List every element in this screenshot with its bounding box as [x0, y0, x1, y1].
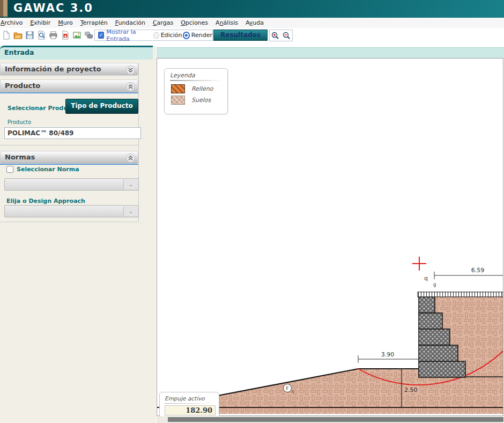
double-chevron-up-icon — [128, 156, 133, 161]
design-approach-label: Elija o Design Approach — [6, 198, 85, 205]
new-file-icon — [2, 31, 11, 40]
menu-terraplen[interactable]: Terraplén — [77, 19, 112, 26]
export-pdf-button[interactable] — [60, 30, 70, 40]
app-window: GAWAC 3.0 Archivo Exhibir Muro Terraplén… — [0, 0, 504, 423]
chevron-expand-icon[interactable] — [126, 65, 135, 75]
chevron-collapse-icon[interactable] — [126, 82, 135, 91]
toolbar-icons — [1, 30, 106, 40]
legend-item-relleno: Relleno — [165, 83, 227, 94]
comments-icon — [84, 31, 93, 40]
print-preview-button[interactable] — [36, 30, 47, 40]
export-image-button[interactable] — [72, 30, 82, 40]
empuje-divider — [165, 403, 216, 404]
print-icon — [49, 31, 58, 40]
relleno-swatch — [171, 84, 185, 93]
gabion-course — [419, 361, 465, 377]
normas-accent-line — [0, 164, 138, 165]
double-chevron-down-icon — [128, 68, 133, 73]
section-divider — [0, 145, 138, 145]
accordion-normas[interactable]: Normas — [0, 151, 138, 164]
export-pdf-icon — [61, 31, 70, 40]
render-radio[interactable] — [183, 32, 189, 39]
view-mode-group: ✓ Mostrar la Entrada Edición Render — [94, 30, 213, 41]
gabion-course — [419, 313, 442, 329]
open-folder-icon — [13, 31, 23, 40]
empuje-activo-value: 182.90 — [165, 405, 216, 415]
gabion-course — [419, 329, 450, 345]
double-chevron-up-icon — [128, 84, 133, 90]
fs-label: F — [286, 386, 288, 391]
surcharge-strip — [418, 292, 503, 297]
relleno-label: Relleno — [191, 85, 213, 92]
menu-ayuda[interactable]: Ayuda — [242, 19, 268, 26]
save-icon — [25, 31, 34, 40]
drawing-canvas[interactable]: 6.59 q g 3.90 2.50 F s — [157, 58, 503, 416]
new-file-button[interactable] — [1, 30, 11, 40]
producto-input[interactable]: POLIMAC™ 80/489 — [4, 127, 141, 139]
surcharge-g-sub: g — [433, 282, 436, 287]
accordion-producto-title: Producto — [1, 80, 138, 92]
app-title: GAWAC 3.0 — [13, 2, 93, 14]
legend-divider — [170, 80, 223, 81]
accordion-producto[interactable]: Producto — [0, 79, 138, 92]
zoom-controls — [269, 30, 293, 41]
gabion-course — [419, 345, 458, 361]
toolbar: ✓ Mostrar la Entrada Edición Render Resu… — [0, 28, 504, 44]
fs-sub: s — [292, 389, 294, 394]
edicion-radio[interactable] — [153, 32, 159, 39]
zoom-out-icon[interactable] — [283, 32, 291, 40]
surcharge-q-label: q — [424, 275, 428, 282]
render-label: Render — [191, 32, 212, 39]
horizontal-scrollbar-thumb[interactable] — [168, 417, 503, 422]
horizontal-scrollbar[interactable] — [157, 416, 503, 423]
menu-opciones[interactable]: Opciones — [177, 19, 212, 26]
edicion-label: Edición — [161, 32, 182, 39]
legend-title: Leyenda — [165, 69, 227, 80]
menu-exhibir[interactable]: Exhibir — [26, 19, 54, 26]
menu-muro[interactable]: Muro — [54, 19, 76, 26]
accordion-informacion[interactable]: Información de proyecto — [0, 63, 138, 76]
dimension-top-label: 6.59 — [471, 267, 485, 274]
producto-accent-line — [0, 92, 138, 93]
menu-bar: Archivo Exhibir Muro Terraplén Fundación… — [0, 18, 504, 28]
save-button[interactable] — [25, 30, 35, 40]
entrada-panel: Entrada Información de proyecto Producto… — [0, 46, 156, 423]
menu-archivo[interactable]: Archivo — [0, 19, 26, 26]
mostrar-entrada-label: Mostrar la Entrada — [106, 28, 152, 42]
menu-analisis[interactable]: Análisis — [212, 19, 242, 26]
sections-card: Información de proyecto Producto Selecci… — [0, 63, 139, 222]
seleccionar-norma-row: Seleccionar Norma — [6, 166, 79, 173]
dimension-left-label: 3.90 — [381, 351, 395, 358]
mostrar-entrada-checkbox[interactable]: ✓ — [98, 32, 104, 39]
tipo-de-producto-button[interactable]: Tipo de Producto — [65, 99, 138, 114]
design-approach-dropdown[interactable]: ⌄ — [4, 205, 139, 217]
menu-fundacion[interactable]: Fundación — [112, 19, 149, 26]
print-preview-icon — [37, 31, 46, 40]
slip-center-crosshair[interactable] — [412, 257, 426, 271]
dimension-depth-label: 2.50 — [404, 386, 418, 393]
norma-dropdown[interactable]: ⌄ — [4, 178, 139, 191]
chevron-down-icon: ⌄ — [123, 179, 138, 189]
seleccionar-norma-label: Seleccionar Norma — [17, 166, 79, 173]
legend-item-suelos: Suelos — [165, 94, 227, 106]
resultados-button[interactable]: Resultados — [213, 30, 268, 41]
entrada-header: Entrada — [0, 46, 153, 60]
legend: Leyenda Relleno Suelos — [164, 68, 228, 114]
print-button[interactable] — [48, 30, 58, 40]
entrada-title: Entrada — [0, 47, 153, 58]
desktop-edge — [0, 0, 8, 17]
accordion-informacion-title: Información de proyecto — [1, 63, 138, 75]
empuje-activo-title: Empuje activo — [160, 392, 219, 403]
producto-field-label: Producto — [8, 119, 31, 125]
empuje-activo-box: Empuje activo 182.90 — [159, 392, 219, 418]
suelos-swatch — [171, 96, 185, 105]
comments-button[interactable] — [84, 30, 94, 40]
suelos-label: Suelos — [191, 97, 211, 104]
seleccionar-norma-checkbox[interactable] — [6, 166, 13, 173]
canvas-top-band — [157, 47, 504, 58]
menu-cargas[interactable]: Cargas — [149, 19, 177, 26]
zoom-in-icon[interactable] — [271, 32, 279, 40]
chevron-down-icon: ⌄ — [123, 206, 138, 216]
chevron-collapse-icon[interactable] — [126, 154, 135, 163]
open-file-button[interactable] — [13, 30, 23, 40]
